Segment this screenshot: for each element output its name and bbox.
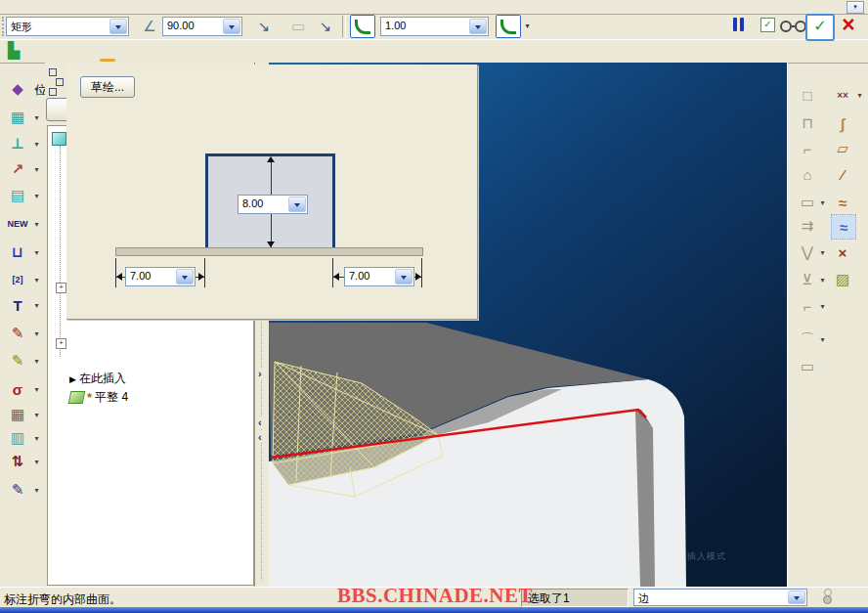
parallelogram-icon[interactable]: ▱ (831, 137, 854, 160)
left-width-dimension-combobox[interactable]: 7.00 (125, 267, 195, 286)
punch-tool-icon[interactable]: ⊻ (796, 268, 819, 291)
tree-expand-box[interactable]: + (56, 338, 66, 349)
sash-collapse-arrow[interactable]: ‹ (258, 431, 262, 443)
table-update-icon-dropdown[interactable]: ▾ (32, 450, 41, 473)
new-object-icon[interactable]: NEW (6, 212, 29, 236)
pattern-icon[interactable]: ▦ (6, 106, 29, 129)
bend-angle-dropdown-icon[interactable] (223, 19, 240, 34)
selection-filter-value: 边 (634, 590, 787, 605)
punch-tool-icon-dropdown[interactable]: ▾ (818, 268, 827, 291)
flange-feature-icon: ▙ (8, 41, 20, 60)
tree-structure-icon[interactable] (49, 68, 64, 96)
table-icon-dropdown[interactable]: ▾ (32, 403, 41, 426)
tree-expand-box[interactable]: + (56, 283, 66, 293)
insert-here-arrow-icon: ▶ (69, 374, 76, 384)
bend-tool-icon-dropdown[interactable]: ▾ (818, 241, 827, 264)
parameters-icon[interactable]: σ (6, 377, 29, 401)
corner-relief-icon[interactable]: ⌐ (796, 294, 819, 318)
pause-button[interactable] (733, 18, 744, 31)
sash-expand-arrow[interactable]: › (258, 368, 262, 379)
flat-pattern-icon[interactable]: ▭ (796, 355, 819, 378)
edit-pencil-icon[interactable]: ✎ (6, 349, 29, 372)
text-tool-icon-dropdown[interactable]: ▾ (32, 293, 41, 317)
die-form-icon[interactable]: ⊔ (6, 241, 29, 264)
cancel-button[interactable]: × (837, 12, 860, 37)
datum-plane-icon-dropdown[interactable]: ▾ (32, 132, 41, 155)
bend-radius-dropdown-icon[interactable] (469, 19, 487, 34)
text-tool-icon[interactable]: T (6, 293, 29, 317)
smart-filter-icon[interactable] (823, 589, 832, 604)
merge-wall-icon[interactable]: ⇉ (796, 214, 819, 238)
watermark: BBS.CHINADE.NET (337, 584, 533, 608)
edit-pencil-icon-dropdown[interactable]: ▾ (32, 349, 41, 372)
table-icon[interactable]: ▦ (6, 403, 29, 426)
form-tool-icon[interactable]: ⌒ (796, 328, 819, 351)
csys-icon[interactable]: × (831, 241, 854, 264)
two-contour-icon-dropdown[interactable]: ▾ (32, 268, 41, 291)
corner-relief-icon-dropdown[interactable]: ▾ (818, 294, 827, 318)
chain-icon[interactable]: ∫ (831, 111, 854, 135)
dimension-option-icon: ▭ (286, 16, 310, 37)
workpiece-icon[interactable]: ⊓ (796, 111, 819, 135)
datum-plane-icon[interactable]: ⊥ (6, 132, 29, 155)
shape-type-combobox[interactable]: 矩形 (6, 17, 129, 36)
right-width-dimension-value: 7.00 (345, 268, 394, 285)
view-manager-icon[interactable]: ◆ (6, 77, 29, 101)
sash-collapse-arrow[interactable]: ‹ (258, 416, 262, 428)
bend-tool-icon[interactable]: ⋁ (796, 241, 819, 264)
part-root-icon[interactable] (52, 132, 66, 146)
table-edit-icon[interactable]: ✎ (6, 478, 29, 502)
extrude-icon[interactable]: □ (796, 83, 819, 107)
table-cells-icon[interactable]: ▥ (6, 426, 29, 450)
tree-item-flat-4[interactable]: * 平整 4 (69, 389, 128, 406)
flange-wall-icon[interactable]: ⌐ (796, 137, 819, 160)
wave-icon[interactable]: ≈ (831, 214, 856, 240)
bend-radius-combobox[interactable]: 1.00 (380, 17, 489, 36)
right-width-dimension-combobox[interactable]: 7.00 (344, 267, 414, 286)
swept-wall-icon[interactable]: ⌂ (796, 162, 819, 186)
flip-angle-side-icon[interactable]: ↘ (252, 16, 276, 37)
panel-tool-icon[interactable]: ▤ (6, 184, 29, 207)
height-dimension-value: 8.00 (239, 196, 287, 213)
preview-checkbox[interactable]: ✓ (760, 18, 775, 32)
ok-button[interactable]: ✓ (805, 14, 835, 41)
radius-side-dropdown[interactable]: ▾ (521, 15, 534, 36)
top-strip (0, 0, 868, 15)
left-width-dimension-value: 7.00 (126, 268, 175, 285)
bend-radius-toggle[interactable] (350, 15, 375, 38)
panel-tool-icon-dropdown[interactable]: ▾ (32, 184, 41, 207)
centerline-icon[interactable]: ⁄ (831, 162, 854, 186)
sketch-button[interactable]: 草绘... (80, 76, 135, 98)
selection-filter-combobox[interactable]: 边 (633, 589, 807, 606)
shape-type-dropdown-icon[interactable] (109, 19, 127, 34)
edit-hammer-icon[interactable]: ✎ (6, 322, 29, 345)
height-dimension-combobox[interactable]: 8.00 (238, 195, 308, 214)
tree-item-insert-here[interactable]: ▶ 在此插入 (69, 371, 126, 387)
bend-angle-combobox[interactable]: 90.00 (162, 17, 242, 36)
toolbar-separator (342, 16, 346, 37)
die-form-icon-dropdown[interactable]: ▾ (32, 241, 41, 264)
table-update-icon[interactable]: ⇅ (6, 450, 29, 473)
offset-wall-icon[interactable]: ▭ (796, 191, 819, 214)
ramp-tool-icon[interactable]: ↗ (6, 157, 29, 181)
active-tab-grip (100, 59, 115, 62)
table-cells-icon-dropdown[interactable]: ▾ (32, 426, 41, 450)
radius-side-toggle[interactable] (496, 15, 521, 38)
table-edit-icon-dropdown[interactable]: ▾ (32, 478, 41, 502)
new-object-icon-dropdown[interactable]: ▾ (32, 212, 41, 236)
flip-material-side-icon[interactable]: ↘ (314, 16, 337, 37)
two-contour-icon[interactable]: [2] (6, 268, 29, 291)
pattern-icon-dropdown[interactable]: ▾ (32, 106, 41, 129)
parameters-icon-dropdown[interactable]: ▾ (32, 377, 41, 401)
offset-wall-icon-dropdown[interactable]: ▾ (818, 191, 827, 214)
dashboard-tabs-row: ▙ 位置 形状 偏移 减轻 弯曲余量 属性 (0, 39, 868, 64)
preview-glasses-icon[interactable] (780, 21, 806, 32)
datum-point-icon-dropdown[interactable]: ▾ (855, 83, 864, 107)
datum-point-icon[interactable]: ×× (831, 83, 854, 107)
view-manager-icon-dropdown[interactable]: ▾ (32, 77, 41, 101)
form-tool-icon-dropdown[interactable]: ▾ (818, 328, 827, 351)
edit-hammer-icon-dropdown[interactable]: ▾ (32, 322, 41, 345)
ramp-tool-icon-dropdown[interactable]: ▾ (32, 157, 41, 181)
hatch-points-icon[interactable]: ▨ (831, 268, 854, 291)
spline-icon[interactable]: ≈ (831, 191, 854, 214)
